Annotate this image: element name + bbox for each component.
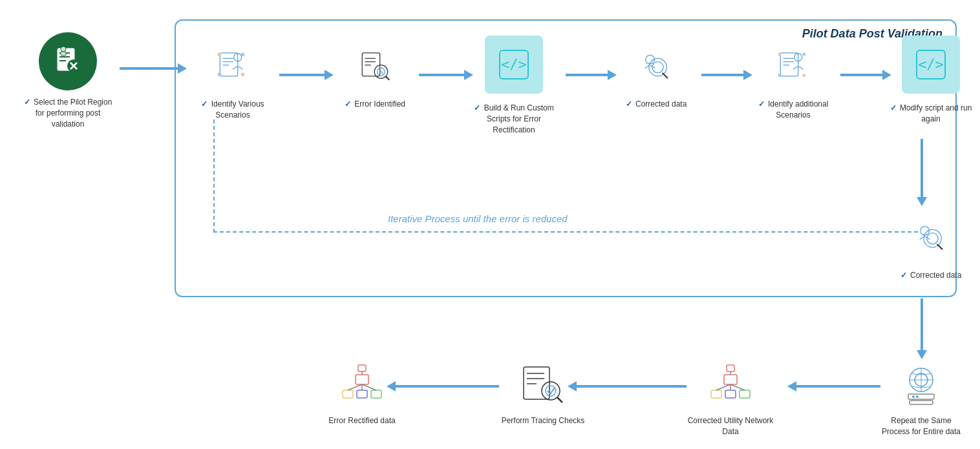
bottom4-icon-wrap [895,359,947,410]
svg-point-43 [924,229,941,247]
step2-label: ✓ Error Identified [345,99,405,110]
arrow-1-2 [279,70,334,80]
step7-label: ✓ Corrected data [900,270,962,281]
svg-rect-32 [780,53,798,76]
bottom-step-corrected-utility: Corrected Utility Network Data [685,359,776,437]
step0-icon [39,32,97,90]
bottom3-label: Corrected Utility Network Data [685,415,776,437]
step2-svg [356,48,394,87]
svg-rect-15 [241,53,244,56]
step-error: ✓ Error Identified [333,42,417,110]
svg-rect-73 [371,390,381,398]
svg-point-54 [916,395,919,398]
svg-line-25 [379,70,383,74]
step0-label: ✓ Select the Pilot Region for performing… [19,97,116,129]
svg-rect-16 [218,73,221,76]
svg-rect-74 [357,390,367,398]
bottom-step-tracing: Perform Tracing Checks [498,359,588,426]
svg-line-30 [662,73,668,79]
step0-svg [50,44,86,79]
step-identify: ✓ Identify Various Scenarios [191,42,275,121]
step-corrected2: ✓ Corrected data [889,213,973,281]
svg-line-45 [937,244,943,250]
bottom3-svg [705,362,756,407]
step3-label: ✓ Build & Run Custom Scripts for Error R… [472,103,556,135]
svg-rect-55 [724,375,737,384]
bottom2-svg [517,362,569,407]
iterative-label: Iterative Process until the error is red… [388,213,568,224]
svg-line-61 [730,384,745,390]
step5-icon-wrap [767,42,819,94]
svg-rect-78 [358,365,366,371]
svg-line-77 [362,384,376,390]
step-build: </> ✓ Build & Run Custom Scripts for Err… [472,36,556,135]
svg-point-53 [912,395,915,398]
step1-label: ✓ Identify Various Scenarios [191,99,275,121]
svg-rect-38 [803,53,805,56]
svg-point-7 [61,47,66,52]
step1-icon-wrap [207,42,259,94]
svg-rect-14 [218,53,221,56]
step6-svg: </> [911,45,950,84]
dashed-vertical [213,120,215,233]
svg-rect-9 [220,53,237,76]
svg-rect-8 [61,52,66,56]
step3-svg: </> [495,45,533,84]
svg-rect-40 [803,74,805,76]
step5-svg [774,48,813,87]
svg-rect-37 [778,53,781,56]
svg-rect-72 [343,390,353,398]
step5-label: ✓ Identify additional Scenarios [751,99,835,121]
svg-line-75 [348,384,362,390]
svg-rect-71 [356,375,368,384]
bottom1-label: Error Rectified data [328,415,395,426]
svg-line-59 [716,384,730,390]
step2-icon-wrap [349,42,401,94]
pilot-box: Pilot Data Post Validation [175,19,957,297]
svg-rect-62 [727,365,734,371]
step4-icon-wrap [630,42,682,94]
svg-line-70 [557,397,562,402]
svg-text:</>: </> [918,56,944,72]
step4-label: ✓ Corrected data [626,99,687,110]
svg-rect-58 [725,390,736,398]
svg-rect-17 [241,73,244,76]
step6-label: ✓ Modify script and run again [889,103,973,125]
bottom1-icon-wrap [336,359,388,410]
step-corrected1: ✓ Corrected data [614,42,698,110]
step3-icon-wrap: </> [485,36,543,94]
step4-svg [637,48,676,87]
svg-point-28 [649,58,666,76]
bottom-step-error-rectified: Error Rectified data [317,359,407,426]
step-additional: ✓ Identify additional Scenarios [751,42,835,121]
step-select: ✓ Select the Pilot Region for performing… [19,32,116,129]
arrow-b4-b3 [787,381,880,392]
bottom2-icon-wrap [517,359,569,410]
svg-rect-56 [711,390,721,398]
arrow-5-6 [840,70,891,80]
svg-rect-39 [778,74,781,76]
svg-line-24 [385,76,389,80]
dashed-horizontal [213,231,918,233]
svg-text:</>: </> [501,56,527,72]
arrow-3-4 [566,70,617,80]
bottom-step-repeat: Repeat the Same Process for Entire data [876,359,966,437]
bottom3-icon-wrap [705,359,756,410]
step7-svg [911,220,950,258]
main-container: Pilot Data Post Validation ✓ Select the … [0,0,980,449]
svg-point-68 [542,382,560,400]
bottom1-svg [336,362,388,407]
svg-point-69 [546,386,556,396]
step7-icon-wrap [905,213,957,265]
bottom4-label: Repeat the Same Process for Entire data [876,415,966,437]
svg-rect-57 [740,390,750,398]
arrow-0-1 [120,63,187,74]
arrow-down-6-7 [917,139,927,206]
svg-rect-52 [910,401,933,404]
arrow-4-5 [701,70,752,80]
bottom4-svg [895,362,947,407]
step1-svg [213,48,252,87]
step-modify: </> ✓ Modify script and run again [889,36,973,125]
arrow-2-3 [419,70,473,80]
arrow-down-to-bottom [917,298,927,359]
